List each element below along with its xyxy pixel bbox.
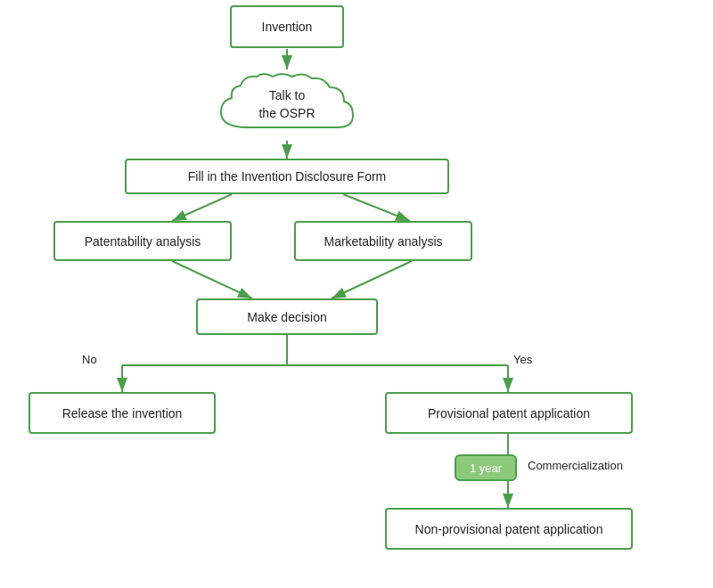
svg-line-5 <box>172 261 252 298</box>
form-box: Fill in the Invention Disclosure Form <box>125 159 449 194</box>
no-label: No <box>82 353 97 366</box>
release-box: Release the invention <box>29 392 216 434</box>
marketability-label: Marketability analysis <box>324 234 442 249</box>
one-year-box: 1 year <box>455 454 517 481</box>
nonprovisional-label: Non-provisional patent application <box>415 522 603 536</box>
invention-label: Invention <box>262 20 313 34</box>
nonprovisional-box: Non-provisional patent application <box>385 508 633 550</box>
ospr-cloud: Talk tothe OSPR <box>212 69 362 141</box>
marketability-box: Marketability analysis <box>294 221 472 261</box>
patentability-label: Patentability analysis <box>85 234 201 249</box>
patentability-box: Patentability analysis <box>53 221 232 261</box>
yes-label: Yes <box>513 353 532 366</box>
release-label: Release the invention <box>62 406 183 421</box>
form-label: Fill in the Invention Disclosure Form <box>188 169 387 184</box>
svg-line-4 <box>343 194 410 221</box>
commercialization-label: Commercialization <box>528 459 623 472</box>
provisional-label: Provisional patent application <box>428 406 590 421</box>
svg-line-3 <box>172 194 232 221</box>
invention-box: Invention <box>230 5 344 48</box>
decision-box: Make decision <box>196 298 378 335</box>
provisional-box: Provisional patent application <box>385 392 633 434</box>
flowchart-diagram: Invention Talk tothe OSPR Fill in the In… <box>0 0 713 588</box>
svg-line-6 <box>332 261 412 298</box>
decision-label: Make decision <box>247 310 327 324</box>
one-year-label: 1 year <box>470 461 502 475</box>
ospr-label: Talk tothe OSPR <box>258 87 315 122</box>
